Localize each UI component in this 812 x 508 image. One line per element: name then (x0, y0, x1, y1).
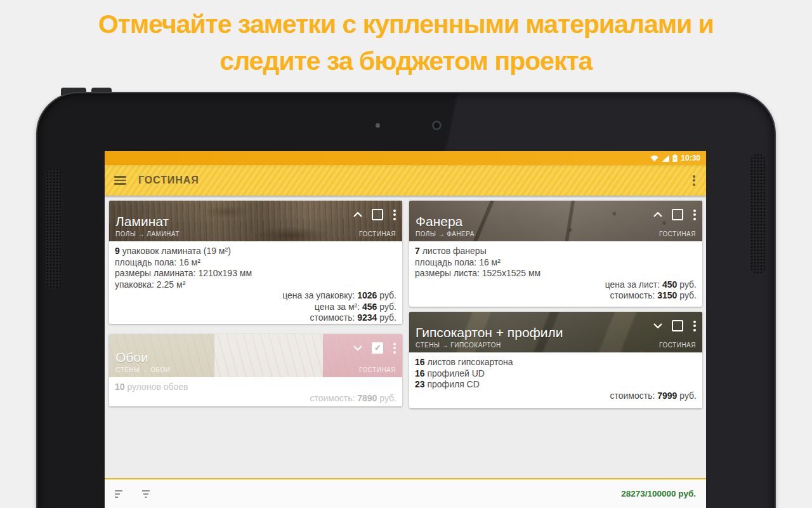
card-title: Обои (115, 350, 396, 365)
cellular-signal-icon (662, 155, 669, 162)
card-room-label: ГОСТИНАЯ (359, 366, 396, 373)
front-camera-icon (432, 121, 442, 130)
card-room-label: ГОСТИНАЯ (659, 231, 696, 237)
filter-icon[interactable] (141, 490, 150, 498)
card-body: 7 листов фанеры площадь пола: 16 м² разм… (409, 241, 702, 302)
card-header-drywall: Гипсокартон + профили СТЕНЫ → ГИПСОКАРТО… (409, 312, 702, 352)
note-card-drywall[interactable]: Гипсокартон + профили СТЕНЫ → ГИПСОКАРТО… (409, 312, 702, 408)
card-breadcrumb: ПОЛЫ → ЛАМИНАТ (115, 231, 180, 237)
card-price-line: цена за лист: 450 руб. (415, 279, 697, 291)
card-total-line: стоимость: 3150 руб. (415, 290, 697, 302)
app-toolbar: ГОСТИНАЯ (105, 165, 706, 196)
card-header-wallpaper: Обои СТЕНЫ → ОБОИ ГОСТИНАЯ (109, 334, 402, 377)
card-detail-line: размеры листа: 1525x1525 мм (415, 268, 697, 279)
sort-icon[interactable] (115, 490, 124, 498)
promo-headline: Отмечайте заметки с купленными материала… (0, 6, 812, 79)
promo-headline-line2: следите за бюджетом проекта (0, 43, 812, 79)
promo-headline-line1: Отмечайте заметки с купленными материала… (0, 6, 812, 43)
card-detail-line: 16 профилей UD (415, 368, 697, 380)
card-detail-line: 7 листов фанеры (415, 246, 697, 257)
budget-total: 28273/100000 руб. (621, 489, 696, 498)
speaker-grille-right-icon (750, 154, 766, 274)
card-total-line: стоимость: 9234 руб. (115, 312, 396, 324)
card-detail-line: площадь пола: 16 м² (115, 257, 396, 269)
card-total-line: стоимость: 7890 руб. (115, 393, 396, 404)
card-breadcrumb: СТЕНЫ → ОБОИ (115, 366, 171, 373)
card-room-label: ГОСТИНАЯ (359, 231, 396, 237)
card-body: 9 упаковок ламината (19 м²) площадь пола… (109, 241, 402, 324)
card-detail-line: 10 рулонов обоев (115, 382, 396, 393)
toolbar-title: ГОСТИНАЯ (138, 175, 199, 186)
card-body: 10 рулонов обоев стоимость: 7890 руб. (109, 377, 402, 404)
card-detail-line: площадь пола: 16 м² (415, 257, 697, 269)
card-body: 16 листов гипсокартона 16 профилей UD 23… (409, 352, 702, 401)
notes-grid: Ламинат ПОЛЫ → ЛАМИНАТ ГОСТИНАЯ 9 упаков… (105, 196, 706, 478)
card-title: Ламинат (115, 214, 396, 229)
card-price-line: цена за упаковку: 1026 руб. (115, 290, 396, 302)
overflow-menu-icon[interactable] (691, 171, 697, 190)
card-room-label: ГОСТИНАЯ (659, 342, 696, 349)
card-header-plywood: Фанера ПОЛЫ → ФАНЕРА ГОСТИНАЯ (409, 201, 702, 241)
card-header-laminate: Ламинат ПОЛЫ → ЛАМИНАТ ГОСТИНАЯ (109, 201, 402, 241)
card-breadcrumb: СТЕНЫ → ГИПСОКАРТОН (416, 342, 501, 349)
card-detail-line: упаковка: 2.25 м² (115, 279, 396, 291)
card-price-line: цена за м²: 456 руб. (115, 302, 396, 313)
bottom-bar: 28273/100000 руб. (105, 478, 706, 508)
speaker-grille-left-icon (46, 168, 62, 289)
card-detail-line: 23 профиля CD (415, 379, 697, 391)
card-detail-line: размеры ламината: 1210x193 мм (115, 268, 396, 279)
app-screen: 10:30 ГОСТИНАЯ Ламинат (105, 151, 706, 508)
ambient-sensor-icon (376, 123, 380, 128)
wifi-icon (650, 155, 658, 162)
card-detail-line: 9 упаковок ламината (19 м²) (115, 246, 396, 257)
status-bar: 10:30 (105, 151, 706, 165)
tablet-device-frame: 10:30 ГОСТИНАЯ Ламинат (36, 92, 776, 508)
card-total-line: стоимость: 7999 руб. (415, 391, 697, 402)
battery-icon (672, 154, 678, 162)
hamburger-menu-icon[interactable] (114, 174, 126, 187)
note-card-wallpaper[interactable]: Обои СТЕНЫ → ОБОИ ГОСТИНАЯ 10 рулонов об… (109, 334, 402, 406)
note-card-laminate[interactable]: Ламинат ПОЛЫ → ЛАМИНАТ ГОСТИНАЯ 9 упаков… (109, 201, 402, 324)
card-title: Гипсокартон + профили (416, 325, 696, 340)
card-title: Фанера (416, 214, 696, 229)
card-breadcrumb: ПОЛЫ → ФАНЕРА (416, 231, 475, 237)
note-card-plywood[interactable]: Фанера ПОЛЫ → ФАНЕРА ГОСТИНАЯ 7 листов ф… (409, 201, 702, 307)
card-detail-line: 16 листов гипсокартона (415, 357, 697, 368)
status-time: 10:30 (681, 154, 700, 163)
